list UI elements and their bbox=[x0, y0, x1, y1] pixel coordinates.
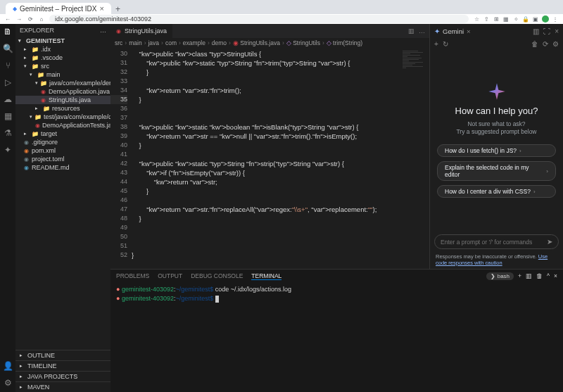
share-icon[interactable]: ⇪ bbox=[483, 15, 490, 23]
file-item[interactable]: ◉StringUtils.java bbox=[15, 96, 110, 104]
file-item[interactable]: ◉.gitignore bbox=[15, 138, 110, 146]
search-icon[interactable]: 🔍 bbox=[3, 44, 13, 53]
history-icon[interactable]: ↻ bbox=[443, 40, 448, 48]
extensions-icon[interactable]: ⊞ bbox=[493, 15, 500, 23]
editor-tab[interactable]: ◉ StringUtils.java bbox=[110, 24, 173, 38]
back-icon[interactable]: ← bbox=[4, 15, 11, 23]
file-item[interactable]: ◉DemoApplication.java bbox=[15, 87, 110, 96]
expand-icon[interactable]: ⛶ bbox=[543, 27, 550, 35]
split-terminal-icon[interactable]: ▥ bbox=[526, 272, 532, 279]
breadcrumb-segment[interactable]: java bbox=[148, 39, 159, 46]
suggestion-pill[interactable]: Explain the selected code in my editor› bbox=[437, 161, 556, 181]
minimap[interactable] bbox=[401, 48, 429, 269]
wand-icon[interactable]: ✧ bbox=[512, 15, 519, 23]
new-chat-icon[interactable]: + bbox=[434, 40, 438, 48]
code-area[interactable]: "kw">public "kw">class "typ">StringUtils… bbox=[132, 48, 401, 269]
new-terminal-icon[interactable]: + bbox=[518, 272, 521, 279]
maximize-icon[interactable]: ^ bbox=[547, 272, 550, 279]
editor-column: ◉ StringUtils.java ▥ … src›main›java›com… bbox=[110, 24, 429, 269]
run-debug-icon[interactable]: ▷ bbox=[5, 77, 11, 87]
folder-item[interactable]: ▸📁resources bbox=[15, 104, 110, 113]
folder-icon: 📁 bbox=[40, 80, 47, 87]
gemini-prompt-input[interactable] bbox=[441, 239, 547, 246]
bookmark-icon[interactable]: ☆ bbox=[473, 15, 480, 23]
cast-icon[interactable]: ▣ bbox=[532, 15, 539, 23]
tree-item-label: src bbox=[41, 63, 49, 70]
panel-tab-output[interactable]: OUTPUT bbox=[158, 272, 182, 279]
beaker-icon[interactable]: ⚗ bbox=[4, 128, 12, 138]
project-name: GEMINITEST bbox=[26, 37, 65, 44]
split-icon[interactable]: ▥ bbox=[408, 27, 415, 34]
explorer-title: EXPLORER bbox=[20, 27, 54, 34]
java-file-icon: ◉ bbox=[41, 97, 46, 103]
refresh-icon[interactable]: ⟳ bbox=[543, 40, 548, 48]
settings-small-icon[interactable]: ⚙ bbox=[552, 40, 559, 48]
file-item[interactable]: ◉pom.xml bbox=[15, 146, 110, 155]
source-control-icon[interactable]: ⑂ bbox=[6, 61, 11, 70]
more-icon[interactable]: … bbox=[419, 27, 425, 34]
panel-tab-debug-console[interactable]: DEBUG CONSOLE bbox=[191, 272, 243, 279]
reload-icon[interactable]: ⟳ bbox=[27, 15, 34, 23]
settings-icon[interactable]: ⚙ bbox=[4, 378, 12, 388]
close-panel-icon[interactable]: × bbox=[555, 27, 559, 35]
url-field[interactable]: idx.google.com/geminitest-403092 bbox=[49, 15, 469, 23]
folder-item[interactable]: ▾📁test/java/com/example/demo bbox=[15, 113, 110, 121]
google-cloud-icon[interactable]: ☁ bbox=[4, 94, 12, 104]
close-panel-icon[interactable]: × bbox=[554, 272, 557, 279]
lock-icon[interactable]: 🔒 bbox=[522, 15, 529, 23]
folder-icon: 📁 bbox=[32, 55, 39, 61]
close-icon[interactable]: × bbox=[467, 27, 471, 35]
editor-body[interactable]: 3031323334353637383940414243444546474849… bbox=[110, 48, 429, 269]
file-item[interactable]: ◉project.toml bbox=[15, 155, 110, 163]
delete-icon[interactable]: 🗑 bbox=[531, 40, 538, 48]
project-root[interactable]: ▾ GEMINITEST bbox=[15, 37, 110, 45]
home-icon[interactable]: ⌂ bbox=[38, 15, 45, 23]
folder-item[interactable]: ▸📁.vscode bbox=[15, 53, 110, 62]
explorer-icon[interactable]: 🗎 bbox=[4, 27, 12, 37]
sidebar-section[interactable]: ▸OUTLINE bbox=[15, 350, 110, 360]
sidebar-section[interactable]: ▸JAVA PROJECTS bbox=[15, 371, 110, 381]
kill-terminal-icon[interactable]: 🗑 bbox=[536, 272, 543, 279]
folder-item[interactable]: ▾📁main bbox=[15, 70, 110, 79]
breadcrumb-segment[interactable]: src bbox=[115, 39, 122, 46]
folder-item[interactable]: ▾📁src bbox=[15, 62, 110, 70]
breadcrumb-segment[interactable]: main bbox=[129, 39, 141, 46]
boxes-icon[interactable]: ▦ bbox=[502, 15, 510, 23]
new-tab-button[interactable]: + bbox=[115, 4, 120, 14]
close-icon[interactable]: × bbox=[99, 4, 103, 13]
menu-icon[interactable]: ⋮ bbox=[552, 15, 559, 23]
sparkles-icon[interactable]: ✦ bbox=[4, 145, 11, 155]
breadcrumb[interactable]: src›main›java›com›example›demo›◉ StringU… bbox=[110, 38, 429, 48]
breadcrumb-segment[interactable]: com bbox=[165, 39, 177, 46]
file-item[interactable]: ◉DemoApplicationTests.java bbox=[15, 121, 110, 129]
gemini-input-row[interactable]: ➤ bbox=[434, 234, 559, 249]
extensions-icon[interactable]: ▦ bbox=[4, 111, 12, 121]
folder-item[interactable]: ▸📁.idx bbox=[15, 45, 110, 53]
account-icon[interactable]: 👤 bbox=[3, 361, 13, 371]
chevron-right-icon: ▸ bbox=[20, 384, 25, 390]
terminal-shell-badge[interactable]: ❯ bash bbox=[486, 272, 514, 280]
breadcrumb-segment[interactable]: demo bbox=[212, 39, 227, 46]
panel-tab-terminal[interactable]: TERMINAL bbox=[251, 272, 282, 280]
browser-tab[interactable]: ◆ Geminitest – Project IDX × bbox=[6, 3, 111, 14]
folder-item[interactable]: ▾📁java/com/example/demo bbox=[15, 79, 110, 87]
breadcrumb-segment[interactable]: example bbox=[183, 39, 205, 46]
breadcrumb-segment[interactable]: ◇ StringUtils bbox=[286, 39, 320, 46]
terminal-body[interactable]: ● geminitest-403092:~/geminitest$ code ~… bbox=[110, 282, 563, 392]
suggestion-pill[interactable]: How do I center a div with CSS?› bbox=[437, 185, 556, 198]
sidebar-section[interactable]: ▸MAVEN bbox=[15, 381, 110, 392]
panel-tab-problems[interactable]: PROBLEMS bbox=[116, 272, 149, 279]
gemini-tab[interactable]: ✦ Gemini × bbox=[434, 27, 471, 35]
send-icon[interactable]: ➤ bbox=[547, 238, 552, 246]
forward-icon[interactable]: → bbox=[15, 15, 23, 23]
file-item[interactable]: ◉README.md bbox=[15, 163, 110, 172]
folder-item[interactable]: ▸📁target bbox=[15, 129, 110, 138]
dock-icon[interactable]: ▥ bbox=[533, 27, 539, 35]
chevron-icon: ▸ bbox=[24, 55, 30, 61]
suggestion-pill[interactable]: How do I use fetch() in JS?› bbox=[437, 144, 556, 157]
breadcrumb-segment[interactable]: ◉ StringUtils.java bbox=[233, 39, 280, 46]
sidebar-section[interactable]: ▸TIMELINE bbox=[15, 360, 110, 371]
breadcrumb-segment[interactable]: ◇ trim(String) bbox=[327, 39, 362, 46]
more-icon[interactable]: … bbox=[100, 27, 106, 34]
profile-icon[interactable] bbox=[542, 15, 549, 23]
